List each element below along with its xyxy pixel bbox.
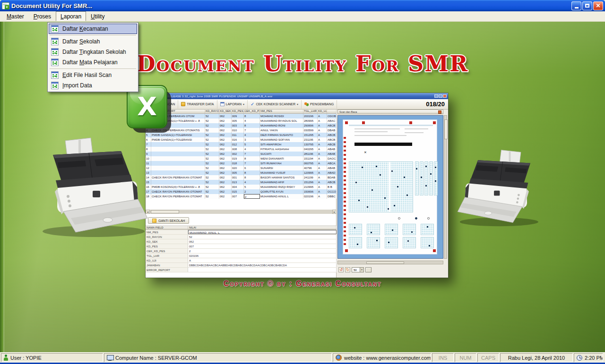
grid-hscrollbar[interactable]: ◄► — [146, 210, 337, 214]
filled-bubble — [430, 173, 432, 175]
menu-utility[interactable]: Utility — [86, 11, 109, 21]
zoom-level-select[interactable]: 50 ▾ — [352, 267, 364, 272]
grid-cell: DEZI FIRMAN SUSANTO — [260, 133, 303, 137]
toolbar-cek-koneksi-scanner-button[interactable]: ✓CEK KONEKSI SCANNER▾ — [248, 100, 302, 109]
grid-cell: 52 — [205, 133, 219, 137]
report-icon — [51, 71, 59, 79]
grid-cell: A — [318, 175, 327, 180]
preview-hscrollbar[interactable] — [337, 261, 443, 264]
grid-row-6[interactable]: 6PMDB GANDA(1)>TOLERANSI520620163MUHAMMA… — [146, 137, 337, 142]
field-row-jawaban[interactable]: JAWABANDBBCDABCDBAACBCAABBDABCDBABCDAABC… — [146, 263, 337, 268]
grid-row-2[interactable]: 2PMDB KOSONG(1)>TOLERANSI + .8520620054M… — [146, 119, 337, 123]
menu-item-daftar-kecamatan[interactable]: Daftar Kecamatan — [49, 24, 137, 34]
grid-row-3[interactable]: 3520620038MUHAMMAD RONI290696AABCB — [146, 123, 337, 128]
grid-row-4[interactable]: 4CHECK OSI PERBAIKAN OTOMATIS520620107AI… — [146, 128, 337, 133]
fit-view-button[interactable] — [365, 267, 372, 272]
field-name: TGL_LHR — [146, 254, 188, 258]
menu-master[interactable]: Master — [2, 11, 29, 21]
code-strip — [420, 161, 424, 195]
menu-item-daftar-tingkatan-sekolah[interactable]: Daftar Tingkatan Sekolah — [49, 47, 137, 57]
grid-row-5[interactable]: 5PMDB GANDA(1)>TOLERANSI520620114DEZI FI… — [146, 133, 337, 137]
grid-cell: MUHAMMAD AINUL L — [260, 194, 303, 199]
field-name: KD_UJI — [146, 258, 188, 262]
grid-row-10[interactable]: 10520620198WENI DIANAWATI151194ADAOC — [146, 156, 337, 161]
grid-row-1[interactable]: 1CEK ULANG PERBAIKAN OTOM520620098MOHMAD… — [146, 114, 337, 119]
grid-rows: 1CEK ULANG PERBAIKAN OTOM520620098MOHMAD… — [146, 114, 337, 199]
grid-cell: 52 — [205, 128, 219, 133]
field-row-nm-pes[interactable]: NM_PESMUHAMMAD_AINUL_L____ — [146, 230, 337, 235]
menu-item-import-data[interactable]: Import Data — [49, 80, 137, 91]
grid-row-7[interactable]: 7520620125SITI AMAFIROH130795AABCB — [146, 142, 337, 147]
preview-pane: Scan dan Baca ✕ ↺ ↻ 50 ▾ — [337, 110, 448, 278]
filled-bubble — [421, 177, 422, 178]
grid-row-15[interactable]: 15520620134MUHAMMAD AFIF151296AABCB — [146, 180, 337, 185]
grid-row-11[interactable]: 11520620187SITI RUWAIYAH060795AABCA — [146, 161, 337, 166]
grid-cell: 4 — [244, 180, 260, 185]
answer-block — [421, 237, 434, 248]
field-row-cek-kd-pes[interactable]: CEK_KD_PES2 — [146, 249, 337, 254]
grid-cell: 004 — [232, 185, 244, 189]
window-title: Document Utility For SMR... — [11, 2, 571, 9]
status-time: 2:20 PM — [574, 353, 603, 362]
minimize-button[interactable] — [571, 1, 581, 10]
field-row-kd-uji[interactable]: KD_UJIA — [146, 258, 337, 263]
rotate-right-icon[interactable]: ↻ — [345, 267, 350, 272]
grid-cell: 003 — [232, 123, 244, 128]
grid-cell: 52 — [205, 185, 219, 189]
scroll-thumb[interactable] — [151, 210, 179, 213]
answer-block — [403, 224, 416, 235]
toolbar-laporan-button[interactable]: LAPORAN▾ — [217, 100, 248, 109]
filled-bubble — [384, 197, 386, 199]
filled-bubble — [397, 186, 398, 187]
grid-cell: 013 — [232, 180, 244, 185]
grid-cell: MOHMAD ROSIDI — [260, 114, 303, 119]
restore-button[interactable] — [582, 1, 592, 10]
status-user-label: User : YOPIE — [10, 355, 42, 361]
field-row-tgl-lhr[interactable]: TGL_LHR020196 — [146, 254, 337, 258]
grid-cell: 062 — [219, 156, 232, 161]
rotate-left-icon[interactable]: ↺ — [338, 267, 344, 272]
timing-mark — [344, 184, 346, 186]
grid-cell: DBBC — [327, 194, 337, 199]
field-row-kd-sek[interactable]: KD_SEK062 — [146, 239, 337, 244]
grid-cell: 062 — [219, 114, 232, 119]
field-row-error-report[interactable]: ERROR_REPORT — [146, 268, 337, 272]
menu-laporan[interactable]: Laporan — [56, 11, 86, 21]
grid-row-13[interactable]: 13520620058MUHAMAD YUSUF120995AABAD — [146, 170, 337, 175]
grid-cell: 062 — [219, 123, 232, 128]
grid-cell: ABAB — [327, 147, 337, 152]
timing-mark — [344, 213, 346, 215]
grid-header-row: ERROR_REPORTKD_RAYONKD_SEKKD_PESCEK_KD_P… — [146, 110, 337, 114]
grid-row-9[interactable]: 9520620027SUCIATI281196AABAB — [146, 152, 337, 156]
grid-cell: MUHAMAD YUSUF — [260, 170, 303, 175]
scanner-illustration — [26, 126, 153, 239]
grid-cell: 151296 — [303, 180, 318, 185]
status-ins: INS — [432, 353, 454, 362]
scroll-thumb[interactable] — [366, 262, 404, 264]
grid-row-14[interactable]: 14CHECK RAYON PERBAIKAN OTOMAT520620018B… — [146, 175, 337, 180]
field-name: ERROR_REPORT — [146, 268, 188, 272]
grid-column-header — [327, 110, 337, 113]
field-row-kd-rayon[interactable]: KD_RAYON52 — [146, 235, 337, 239]
grid-row-17[interactable]: 17CHECK RAYON PERBAIKAN OTOMAT520620152Q… — [146, 189, 337, 194]
menu-item-edit-file-hasil-scan[interactable]: Edit File Hasil Scan — [49, 70, 137, 80]
toolbar-transfer-data-button[interactable]: TRANSFER DATA — [178, 100, 217, 109]
grid-row-16[interactable]: 16PMDB KOSONG(4)>TOLERANSI + .8520620045… — [146, 185, 337, 189]
toolbar-pengembang-button[interactable]: PENGEMBANG — [302, 100, 337, 109]
grid-cell: 8 — [244, 114, 260, 119]
grid-row-8[interactable]: 8520620084FITRIATUL HASANAH040295AABAB — [146, 147, 337, 152]
grid-row-18[interactable]: 18CHECK RAYON PERBAIKAN OTOMAT520620072M… — [146, 194, 337, 199]
grid-row-12[interactable]: 12520620206SUNARSI40796AABAB — [146, 166, 337, 170]
registration-mark — [362, 121, 365, 124]
menu-item-daftar-mata-pelajaran[interactable]: Daftar Mata Pelajaran — [49, 57, 137, 68]
menu-proses[interactable]: Proses — [29, 11, 56, 21]
chevron-down-icon[interactable]: ▾ — [360, 268, 363, 272]
menu-item-daftar-sekolah[interactable]: Daftar Sekolah — [49, 36, 137, 47]
field-row-kd-pes[interactable]: KD_PES007 — [146, 244, 337, 249]
ganti-sekolah-button[interactable]: GANTI SEKOLAH — [148, 217, 189, 224]
close-button[interactable]: ✕ — [593, 1, 603, 10]
report-icon — [51, 48, 59, 56]
grid-cell — [151, 152, 205, 156]
preview-close-icon[interactable] — [438, 110, 441, 114]
preview-vscrollbar[interactable] — [444, 115, 447, 259]
